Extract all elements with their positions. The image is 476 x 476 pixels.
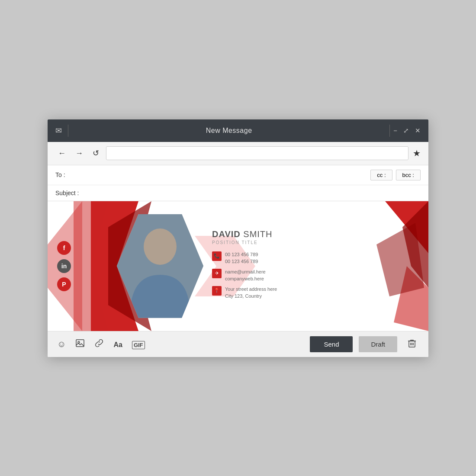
font-button[interactable]: Aa	[112, 338, 124, 351]
image-icon	[75, 340, 85, 350]
to-label: To :	[55, 171, 77, 178]
facebook-icon[interactable]: f	[57, 241, 71, 255]
window-title: New Message	[68, 127, 389, 135]
font-icon: Aa	[113, 341, 122, 348]
to-row: To : cc : bcc :	[48, 165, 428, 185]
close-button[interactable]: ✕	[415, 127, 421, 135]
titlebar-divider-right	[389, 125, 390, 137]
draft-button[interactable]: Draft	[359, 336, 397, 352]
profile-hex-shape	[117, 214, 203, 318]
toolbar: ☺ Aa GIF Send	[48, 331, 428, 357]
social-icons: f in P	[57, 241, 71, 291]
emoji-button[interactable]: ☺	[55, 338, 68, 351]
contact-email-text: name@urmail.here companyweb.here	[225, 268, 266, 283]
trash-button[interactable]	[403, 336, 421, 352]
to-input[interactable]	[77, 170, 370, 179]
phone-icon: 📞	[212, 251, 222, 261]
navbar: ← → ↺ ★	[48, 142, 428, 165]
contact-name: DAVID SMITH	[212, 229, 277, 239]
cc-button[interactable]: cc :	[370, 170, 392, 180]
contact-last-name: SMITH	[241, 229, 273, 239]
star-button[interactable]: ★	[413, 148, 421, 158]
person-silhouette	[117, 214, 203, 318]
contact-phone-text: 00 123 456 789 00 123 456 789	[225, 251, 258, 265]
link-button[interactable]	[93, 337, 106, 352]
profile-photo-area	[117, 214, 203, 318]
contact-first-name: DAVID	[212, 229, 241, 239]
pinterest-icon[interactable]: P	[57, 277, 71, 291]
contact-address-text: Your street address here City 123, Count…	[225, 286, 277, 300]
emoji-icon: ☺	[57, 339, 66, 349]
svg-point-10	[144, 228, 177, 265]
restore-button[interactable]: ⤢	[403, 127, 409, 135]
email-body: f in P	[48, 201, 428, 331]
location-icon: 📍	[212, 286, 222, 296]
gif-icon: GIF	[132, 341, 145, 349]
email-icon: ✈	[212, 269, 222, 278]
email-fields: To : cc : bcc : Subject :	[48, 165, 428, 201]
minimize-button[interactable]: −	[393, 127, 397, 134]
mail-icon: ✉	[55, 126, 62, 135]
window-controls: − ⤢ ✕	[393, 127, 421, 135]
contact-phone-row: 📞 00 123 456 789 00 123 456 789	[212, 251, 277, 265]
contact-address-row: 📍 Your street address here City 123, Cou…	[212, 286, 277, 300]
subject-label: Subject :	[55, 190, 90, 196]
refresh-button[interactable]: ↺	[90, 147, 102, 160]
cc-bcc-buttons: cc : bcc :	[370, 170, 421, 180]
subject-input[interactable]	[90, 190, 421, 196]
contact-email-row: ✈ name@urmail.here companyweb.here	[212, 268, 277, 283]
subject-row: Subject :	[48, 185, 428, 201]
bcc-button[interactable]: bcc :	[396, 170, 421, 180]
image-button[interactable]	[74, 337, 87, 352]
send-button[interactable]: Send	[310, 336, 353, 352]
back-button[interactable]: ←	[55, 147, 68, 160]
forward-button[interactable]: →	[73, 147, 86, 160]
svg-rect-11	[76, 340, 84, 347]
contact-info: DAVID SMITH POSITION TITLE 📞 00 123 456 …	[212, 229, 277, 303]
titlebar: ✉ New Message − ⤢ ✕	[48, 119, 428, 142]
linkedin-icon[interactable]: in	[57, 259, 71, 273]
gif-button[interactable]: GIF	[130, 338, 147, 351]
email-window: ✉ New Message − ⤢ ✕ ← → ↺ ★ To : cc : bc…	[48, 119, 428, 357]
url-bar[interactable]	[106, 146, 408, 160]
trash-icon	[407, 341, 417, 350]
email-signature: f in P	[48, 201, 428, 331]
link-icon	[94, 340, 104, 350]
contact-title: POSITION TITLE	[212, 240, 277, 245]
